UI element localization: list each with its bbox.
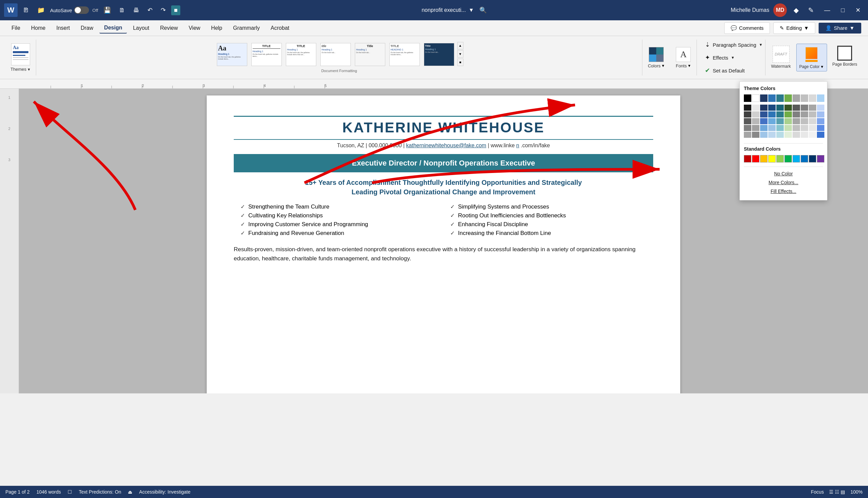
std-color-5[interactable] [776, 155, 784, 162]
search-button[interactable]: 🔍 [477, 5, 489, 15]
shade-2-5[interactable] [752, 132, 759, 138]
shade-10-2[interactable] [817, 112, 824, 117]
share-button[interactable]: 👤 Share ▼ [818, 23, 861, 34]
expand-gallery-button[interactable]: ■ [457, 58, 463, 66]
std-color-6[interactable] [785, 155, 792, 162]
menu-view[interactable]: View [184, 23, 205, 33]
menu-draw[interactable]: Draw [76, 23, 98, 33]
shade-1-2[interactable] [744, 112, 751, 117]
undo-button[interactable]: ↶ [145, 5, 155, 15]
menu-design[interactable]: Design [99, 23, 127, 34]
shade-4-5[interactable] [768, 132, 776, 138]
dropdown-arrow-icon[interactable]: ▼ [469, 7, 474, 13]
save-copy-button[interactable]: 🗎 [117, 5, 128, 15]
menu-help[interactable]: Help [206, 23, 227, 33]
no-color-link[interactable]: No Color [744, 170, 823, 178]
std-color-8[interactable] [801, 155, 808, 162]
page-color-button[interactable]: Page Color ▼ [796, 44, 827, 71]
shade-6-4[interactable] [785, 125, 792, 131]
shade-6-3[interactable] [785, 118, 792, 124]
color-teal[interactable] [776, 94, 784, 102]
shade-4-1[interactable] [768, 105, 776, 111]
shade-7-5[interactable] [792, 132, 800, 138]
template-4[interactable]: Title Heading 1 On the Insert tab... [353, 41, 387, 68]
menu-grammarly[interactable]: Grammarly [228, 23, 265, 33]
shade-8-4[interactable] [801, 125, 808, 131]
maximize-button[interactable]: □ [838, 5, 848, 15]
menu-acrobat[interactable]: Acrobat [266, 23, 294, 33]
shade-7-2[interactable] [792, 112, 800, 117]
doc-linkedin[interactable]: n [516, 143, 519, 148]
menu-insert[interactable]: Insert [51, 23, 74, 33]
template-6[interactable]: Title Heading 1 On the Insert tab... [422, 41, 456, 68]
menu-review[interactable]: Review [155, 23, 182, 33]
set-as-default-button[interactable]: ✔ Set as Default [702, 65, 765, 76]
template-2[interactable]: TITLE Heading 1 On the Insert tab, the g… [284, 41, 318, 68]
shade-1-1[interactable] [744, 105, 751, 111]
print-button[interactable]: 🖶 [131, 5, 142, 15]
template-3[interactable]: title Heading 1 On the Insert tab... [318, 41, 352, 68]
color-green[interactable] [785, 94, 792, 102]
pen-icon-button[interactable]: ✎ [805, 5, 817, 16]
shade-1-5[interactable] [744, 132, 751, 138]
shade-9-5[interactable] [809, 132, 816, 138]
shade-1-4[interactable] [744, 125, 751, 131]
shade-4-2[interactable] [768, 112, 776, 117]
menu-file[interactable]: File [7, 23, 25, 33]
shade-9-2[interactable] [809, 112, 816, 117]
color-gray3[interactable] [809, 94, 816, 102]
shade-8-3[interactable] [801, 118, 808, 124]
shade-2-4[interactable] [752, 125, 759, 131]
shade-9-4[interactable] [809, 125, 816, 131]
editing-button[interactable]: ✎ Editing ▼ [773, 22, 815, 34]
more-colors-link[interactable]: More Colors... [744, 179, 823, 186]
shade-3-1[interactable] [760, 105, 768, 111]
paragraph-spacing-button[interactable]: ⇣ Paragraph Spacing ▼ [702, 40, 765, 50]
page-borders-button[interactable]: Page Borders [830, 44, 860, 69]
shade-10-3[interactable] [817, 118, 824, 124]
shade-1-3[interactable] [744, 118, 751, 124]
fill-effects-link[interactable]: Fill Effects... [744, 187, 823, 195]
shade-3-3[interactable] [760, 118, 768, 124]
open-button[interactable]: 📁 [35, 5, 48, 15]
shade-10-5[interactable] [817, 132, 824, 138]
shade-8-1[interactable] [801, 105, 808, 111]
shade-2-2[interactable] [752, 112, 759, 117]
shade-6-5[interactable] [785, 132, 792, 138]
shade-2-3[interactable] [752, 118, 759, 124]
autosave-toggle[interactable] [74, 6, 89, 14]
shade-7-3[interactable] [792, 118, 800, 124]
shade-4-4[interactable] [768, 125, 776, 131]
new-doc-button[interactable]: 🖹 [20, 5, 32, 15]
std-color-1[interactable] [744, 155, 751, 162]
minimize-button[interactable]: — [820, 5, 833, 15]
color-navy[interactable] [760, 94, 768, 102]
focus-label[interactable]: Focus [811, 489, 824, 495]
std-color-7[interactable] [792, 155, 800, 162]
color-gray1[interactable] [792, 94, 800, 102]
ribbon-icon-button[interactable]: ◆ [791, 5, 801, 16]
shade-8-5[interactable] [801, 132, 808, 138]
std-color-10[interactable] [817, 155, 824, 162]
redo-button[interactable]: ↷ [158, 5, 168, 15]
std-color-9[interactable] [809, 155, 816, 162]
doc-email[interactable]: katherninewhitehouse@fake.com [406, 143, 486, 148]
shade-3-2[interactable] [760, 112, 768, 117]
scroll-down-button[interactable]: ▼ [457, 50, 463, 57]
color-black[interactable] [744, 94, 751, 102]
std-color-3[interactable] [760, 155, 768, 162]
color-blue[interactable] [768, 94, 776, 102]
std-color-2[interactable] [752, 155, 759, 162]
shade-5-2[interactable] [776, 112, 784, 117]
shade-8-2[interactable] [801, 112, 808, 117]
shade-6-1[interactable] [785, 105, 792, 111]
shade-5-3[interactable] [776, 118, 784, 124]
template-normal[interactable]: Aa Heading 1 On the Insert tab, the gall… [215, 41, 249, 68]
close-button[interactable]: ✕ [852, 5, 864, 15]
shade-5-5[interactable] [776, 132, 784, 138]
shade-5-4[interactable] [776, 125, 784, 131]
shade-4-3[interactable] [768, 118, 776, 124]
effects-button[interactable]: ✦ Effects ▼ [702, 52, 765, 63]
template-1[interactable]: TITLE Heading 1 On the Insert tab, galle… [250, 41, 284, 68]
scroll-up-button[interactable]: ▲ [457, 42, 463, 50]
